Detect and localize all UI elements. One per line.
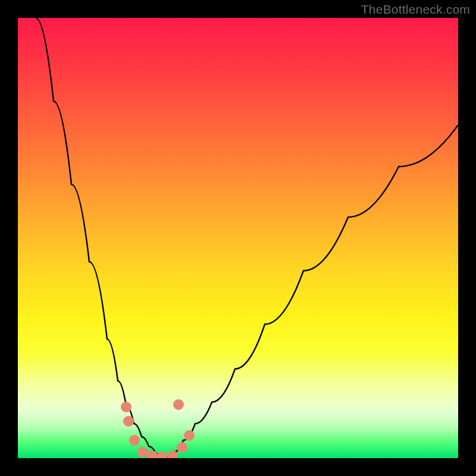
watermark-text: TheBottleneck.com	[361, 2, 470, 17]
chart-svg	[18, 18, 458, 458]
data-dot	[184, 430, 195, 441]
data-dot	[147, 450, 158, 458]
data-dot	[123, 416, 134, 427]
data-dots	[121, 399, 195, 458]
data-dot	[156, 452, 167, 458]
left-curve	[36, 18, 161, 457]
data-dot	[173, 399, 184, 410]
right-curve	[167, 125, 458, 457]
data-dot	[137, 447, 148, 458]
data-dot	[129, 435, 140, 446]
plot-area	[18, 18, 458, 458]
chart-frame: TheBottleneck.com	[0, 0, 476, 476]
data-dot	[177, 442, 187, 453]
data-dot	[121, 402, 131, 412]
